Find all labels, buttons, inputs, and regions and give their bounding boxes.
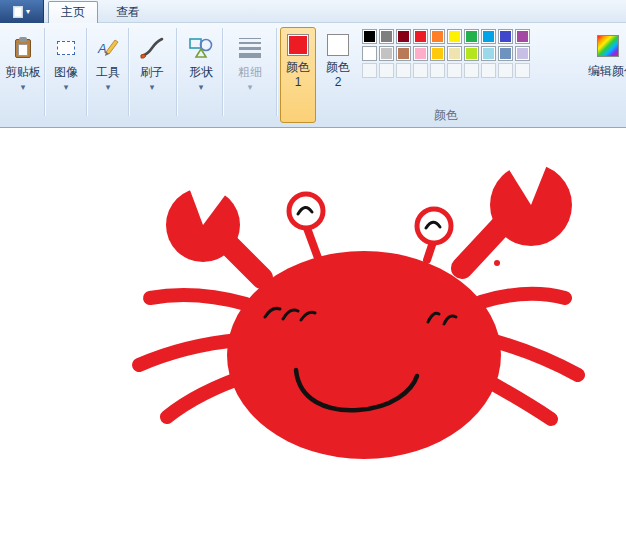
clipboard-group-label: 剪贴板: [5, 65, 41, 80]
brushes-group-button[interactable]: 刷子 ▾: [132, 27, 172, 119]
tools-group-button[interactable]: A 工具 ▾: [90, 27, 126, 119]
paint-speck: [494, 260, 500, 266]
chevron-down-icon: ▾: [64, 82, 69, 92]
palette-empty-slot[interactable]: [362, 63, 377, 78]
palette-empty-slot[interactable]: [515, 63, 530, 78]
crab-body: [227, 251, 501, 459]
palette-empty-slot[interactable]: [498, 63, 513, 78]
palette-swatch[interactable]: [379, 29, 394, 44]
palette-swatch[interactable]: [464, 46, 479, 61]
palette-swatch[interactable]: [362, 46, 377, 61]
palette-swatch[interactable]: [379, 46, 394, 61]
clipboard-group-button[interactable]: 剪贴板 ▾: [4, 27, 42, 119]
palette-swatch[interactable]: [498, 46, 513, 61]
crab-right-eye: [417, 209, 451, 243]
color2-button[interactable]: 颜色 2: [320, 27, 356, 123]
color1-swatch: [287, 34, 309, 56]
palette-empty-slot[interactable]: [413, 63, 428, 78]
shapes-icon: [188, 34, 214, 62]
palette-swatch[interactable]: [396, 29, 411, 44]
palette-empty-slot[interactable]: [481, 63, 496, 78]
ribbon: 剪贴板 ▾ 图像 ▾ A 工具 ▾ 刷子 ▾: [0, 23, 626, 128]
color2-label: 颜色 2: [323, 60, 353, 90]
group-separator: [176, 28, 177, 116]
color1-label: 颜色 1: [283, 60, 313, 90]
crab-left-eye: [289, 194, 323, 228]
palette-empty-slot[interactable]: [464, 63, 479, 78]
rainbow-palette-icon: [597, 35, 619, 57]
palette-empty-slot[interactable]: [447, 63, 462, 78]
crab-drawing: [0, 128, 626, 550]
palette-empty-slot[interactable]: [379, 63, 394, 78]
color1-button[interactable]: 颜色 1: [280, 27, 316, 123]
colors-group-label: 颜色: [362, 107, 530, 124]
palette-swatch[interactable]: [481, 46, 496, 61]
clipboard-paste-icon: [14, 34, 32, 62]
group-separator: [222, 28, 223, 116]
edit-colors-label: 编辑颜色: [588, 63, 626, 80]
palette-swatch[interactable]: [430, 29, 445, 44]
chevron-down-icon: ▾: [150, 82, 155, 92]
line-thickness-icon: [239, 34, 261, 62]
brushes-group-label: 刷子: [140, 65, 164, 80]
image-group-button[interactable]: 图像 ▾: [48, 27, 84, 119]
shapes-group-label: 形状: [189, 65, 213, 80]
shapes-group-button[interactable]: 形状 ▾: [182, 27, 220, 119]
palette-swatch[interactable]: [447, 29, 462, 44]
group-separator: [276, 28, 277, 116]
palette-empty-slot[interactable]: [396, 63, 411, 78]
pencil-tools-icon: A: [96, 34, 120, 62]
chevron-down-icon: ▾: [106, 82, 111, 92]
chevron-down-icon: ▾: [26, 8, 30, 16]
palette-swatch[interactable]: [413, 29, 428, 44]
edit-colors-button[interactable]: 编辑颜色: [588, 27, 626, 119]
palette-swatch[interactable]: [362, 29, 377, 44]
group-separator: [44, 28, 45, 116]
size-group-button[interactable]: 粗细 ▾: [228, 27, 272, 119]
tab-view[interactable]: 查看: [104, 1, 152, 23]
palette-swatch[interactable]: [498, 29, 513, 44]
brush-icon: [139, 34, 165, 62]
palette-swatch[interactable]: [413, 46, 428, 61]
palette-empty-slot[interactable]: [430, 63, 445, 78]
palette-swatch[interactable]: [430, 46, 445, 61]
group-separator: [128, 28, 129, 116]
image-group-label: 图像: [54, 65, 78, 80]
color2-swatch: [327, 34, 349, 56]
chevron-down-icon: ▾: [199, 82, 204, 92]
svg-text:A: A: [97, 41, 107, 56]
tab-home[interactable]: 主页: [48, 1, 98, 23]
ribbon-tab-strip: ▾ 主页 查看: [0, 0, 626, 23]
drawing-canvas[interactable]: [0, 128, 626, 550]
palette-swatch[interactable]: [447, 46, 462, 61]
group-separator: [86, 28, 87, 116]
tools-group-label: 工具: [96, 65, 120, 80]
select-region-icon: [57, 34, 75, 62]
chevron-down-icon: ▾: [21, 82, 26, 92]
chevron-down-icon: ▾: [248, 82, 253, 92]
size-group-label: 粗细: [238, 65, 262, 80]
application-menu-button[interactable]: ▾: [0, 0, 44, 23]
paint-file-icon: [13, 6, 23, 18]
palette-swatch[interactable]: [515, 46, 530, 61]
palette-swatch[interactable]: [515, 29, 530, 44]
palette-swatch[interactable]: [481, 29, 496, 44]
palette-swatch[interactable]: [396, 46, 411, 61]
color-palette: [362, 29, 530, 78]
palette-swatch[interactable]: [464, 29, 479, 44]
